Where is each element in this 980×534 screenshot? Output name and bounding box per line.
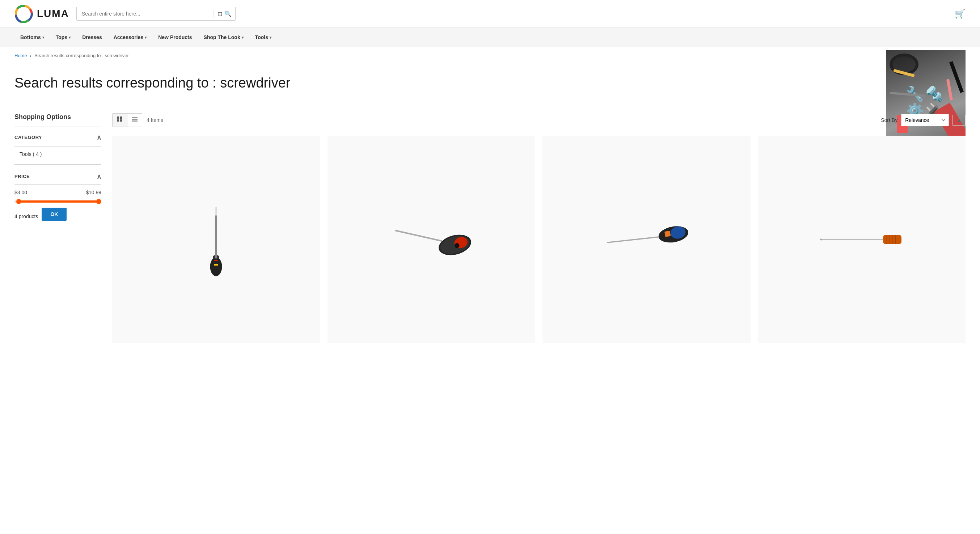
ok-button[interactable]: OK <box>41 208 67 221</box>
price-max-label: $10.99 <box>86 189 101 195</box>
product-card[interactable] <box>542 136 751 347</box>
svg-rect-11 <box>216 207 217 216</box>
list-view-button[interactable] <box>127 114 142 127</box>
svg-line-19 <box>607 237 663 243</box>
nav-item-new-products[interactable]: New Products <box>152 28 197 47</box>
svg-rect-5 <box>132 117 137 118</box>
svg-line-29 <box>820 239 822 240</box>
chevron-down-icon: ▾ <box>242 35 243 40</box>
breadcrumb-home-link[interactable]: Home <box>14 53 27 58</box>
product-image <box>388 212 475 267</box>
logo-text: LUMA <box>37 8 69 19</box>
shopping-options-heading: Shopping Options <box>14 113 101 127</box>
nav-item-shop-the-look[interactable]: Shop The Look ▾ <box>198 28 249 47</box>
products-area: 4 Items Sort By Relevance Position Produ… <box>112 106 966 347</box>
product-image-area <box>328 136 536 344</box>
nav-item-bottoms[interactable]: Bottoms ▾ <box>14 28 50 47</box>
svg-rect-4 <box>120 119 122 122</box>
category-tools-item[interactable]: Tools ( 4 ) <box>14 147 101 161</box>
price-section-header[interactable]: PRICE ∧ <box>14 167 101 184</box>
product-card[interactable] <box>758 136 966 347</box>
grid-icon <box>117 116 123 122</box>
sort-by-label: Sort By <box>881 117 897 123</box>
svg-rect-2 <box>120 116 122 119</box>
nav-item-tools[interactable]: Tools ▾ <box>249 28 277 47</box>
sort-direction-button[interactable]: ▲ <box>953 115 966 126</box>
svg-rect-7 <box>132 121 137 122</box>
page-title: Search results corresponding to : screwd… <box>14 75 872 92</box>
products-count: 4 products <box>14 213 38 219</box>
price-collapse-icon[interactable]: ∧ <box>97 173 101 181</box>
price-slider-fill <box>17 200 101 203</box>
category-section-header[interactable]: CATEGORY ∧ <box>14 129 101 147</box>
product-image-area <box>542 136 751 344</box>
svg-rect-1 <box>117 116 119 119</box>
main-content: Shopping Options CATEGORY ∧ Tools ( 4 ) … <box>0 106 980 347</box>
list-icon <box>132 116 137 122</box>
chevron-down-icon: ▾ <box>42 35 44 40</box>
nav-item-accessories[interactable]: Accessories ▾ <box>108 28 153 47</box>
logo[interactable]: LUMA <box>14 4 69 23</box>
price-section: PRICE ∧ $3.00 $10.99 4 products OK <box>14 167 101 221</box>
product-card[interactable] <box>328 136 536 347</box>
breadcrumb-separator: › <box>30 53 32 58</box>
svg-rect-13 <box>214 260 218 261</box>
search-icon[interactable]: 🔍 <box>224 11 232 17</box>
product-image <box>603 212 690 267</box>
cart-icon[interactable]: 🛒 <box>955 9 966 19</box>
price-footer: 4 products OK <box>14 208 101 221</box>
svg-point-18 <box>455 243 459 248</box>
svg-rect-22 <box>665 231 671 237</box>
svg-rect-10 <box>215 215 217 258</box>
product-image-area <box>758 136 966 344</box>
breadcrumb-current: Search results corresponding to : screwd… <box>34 53 129 58</box>
sidebar-divider <box>14 164 101 165</box>
category-section: CATEGORY ∧ Tools ( 4 ) <box>14 127 101 165</box>
camera-icon[interactable]: ⊡ <box>218 11 222 17</box>
product-card[interactable] <box>112 136 320 347</box>
price-slider[interactable] <box>14 200 101 203</box>
breadcrumb: Home › Search results corresponding to :… <box>14 47 966 64</box>
price-range-labels: $3.00 $10.99 <box>14 189 101 195</box>
price-slider-thumb-right[interactable] <box>96 199 101 204</box>
svg-rect-12 <box>214 264 218 265</box>
product-image <box>200 202 232 278</box>
category-collapse-icon[interactable]: ∧ <box>97 134 101 141</box>
product-image <box>818 219 905 259</box>
nav-item-dresses[interactable]: Dresses <box>76 28 108 47</box>
search-input[interactable] <box>77 7 213 20</box>
chevron-down-icon: ▾ <box>145 35 146 40</box>
nav-item-tops[interactable]: Tops ▾ <box>50 28 76 47</box>
site-header: LUMA ⊡ 🔍 🛒 <box>0 0 980 28</box>
items-count-label: 4 Items <box>146 117 163 123</box>
search-icons: ⊡ 🔍 <box>213 11 235 17</box>
toolbar: 4 Items Sort By Relevance Position Produ… <box>112 113 966 127</box>
view-toggle <box>112 113 142 127</box>
chevron-down-icon: ▾ <box>69 35 70 40</box>
luma-logo-icon <box>14 4 33 23</box>
svg-rect-6 <box>132 119 137 120</box>
product-grid <box>112 136 966 347</box>
sidebar: Shopping Options CATEGORY ∧ Tools ( 4 ) … <box>14 106 101 347</box>
search-bar: ⊡ 🔍 <box>76 7 235 21</box>
grid-view-button[interactable] <box>113 114 127 127</box>
price-slider-thumb-left[interactable] <box>16 199 21 204</box>
chevron-down-icon: ▾ <box>270 35 271 40</box>
price-min-label: $3.00 <box>14 189 27 195</box>
svg-line-14 <box>395 230 442 241</box>
svg-rect-3 <box>117 119 119 122</box>
main-nav: Bottoms ▾ Tops ▾ Dresses Accessories ▾ N… <box>0 28 980 47</box>
header-right: 🛒 <box>955 9 966 19</box>
sort-area: Sort By Relevance Position Product Name … <box>881 114 966 126</box>
sort-select[interactable]: Relevance Position Product Name Price <box>901 114 949 126</box>
product-image-area <box>112 136 320 344</box>
